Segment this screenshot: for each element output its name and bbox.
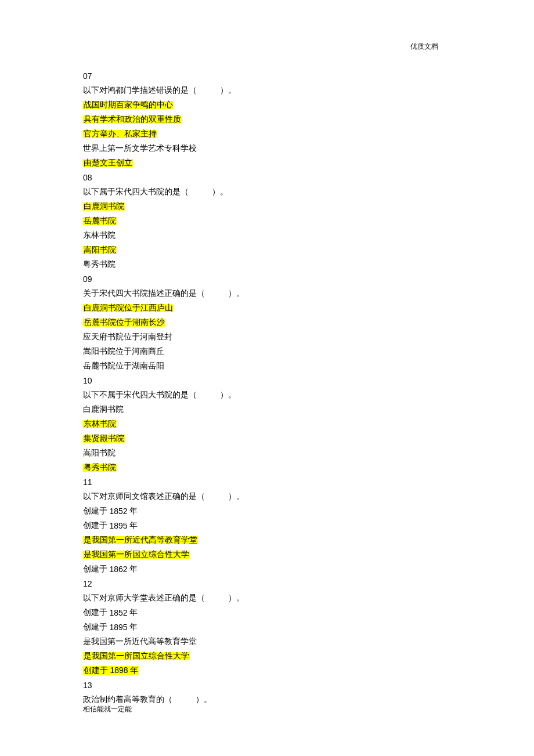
- question-option: 由楚文王创立: [83, 155, 454, 170]
- highlight: 创建于 1898 年: [83, 666, 139, 675]
- stem-pre: 以下对京师大学堂表述正确的是（: [83, 594, 205, 602]
- question-number-text: 11: [83, 478, 92, 486]
- option-part: 创建于: [84, 666, 110, 675]
- option-part: 年: [128, 666, 139, 675]
- option-text: 世界上第一所文学艺术专科学校: [83, 144, 197, 153]
- stem-pre: 关于宋代四大书院描述正确的是（: [83, 290, 205, 298]
- option-text: 岳麓书院位于湖南长沙: [83, 319, 165, 327]
- question-number-text: 07: [83, 72, 92, 80]
- question-stem: 以下属于宋代四大书院的是（）。: [83, 185, 454, 199]
- document-page: 优质文档 07以下对鸿都门学描述错误的是（）。战国时期百家争鸣的中心具有学术和政…: [0, 0, 534, 756]
- option-part: 1852: [110, 609, 128, 617]
- question-option: 是我国第一所近代高等教育学堂: [83, 533, 454, 547]
- option-part: 1895: [110, 623, 128, 631]
- option-part: 创建于: [83, 522, 110, 530]
- option-part: 创建于: [83, 565, 110, 573]
- option-text: 岳麓书院: [83, 217, 117, 225]
- question-number: 09: [83, 272, 454, 286]
- question-option: 东林书院: [83, 417, 454, 431]
- question-option: 创建于 1895 年: [83, 518, 454, 533]
- option-part: 年: [128, 522, 138, 530]
- question-option: 创建于 1862 年: [83, 562, 454, 576]
- stem-post: ）。: [212, 188, 228, 196]
- stem-post: ）。: [196, 696, 212, 704]
- question-option: 是我国第一所国立综合性大学: [83, 649, 454, 663]
- option-text: 白鹿洞书院位于江西庐山: [83, 304, 174, 312]
- question-option: 战国时期百家争鸣的中心: [83, 97, 454, 112]
- question-option: 是我国第一所国立综合性大学: [83, 547, 454, 562]
- question-option: 是我国第一所近代高等教育学堂: [83, 634, 454, 649]
- option-text: 应天府书院位于河南登封: [83, 333, 172, 341]
- option-text: 集贤殿书院: [83, 435, 125, 443]
- option-text: 战国时期百家争鸣的中心: [83, 101, 174, 109]
- stem-pre: 以下对京师同文馆表述正确的是（: [83, 493, 205, 501]
- option-text: 岳麓书院位于湖南岳阳: [83, 362, 164, 370]
- question-number: 12: [83, 576, 454, 591]
- option-text: 由楚文王创立: [83, 159, 133, 167]
- stem-post: ）。: [220, 391, 236, 399]
- option-part: 年: [128, 623, 138, 631]
- question-stem: 政治制约着高等教育的（）。: [83, 692, 454, 707]
- question-stem: 以下对京师大学堂表述正确的是（）。: [83, 591, 454, 605]
- option-text: 嵩阳书院位于河南商丘: [83, 348, 164, 356]
- question-option: 创建于 1898 年: [83, 663, 454, 678]
- stem-post: ）。: [228, 493, 244, 501]
- stem-pre: 以下属于宋代四大书院的是（: [83, 188, 189, 196]
- question-option: 白鹿洞书院: [83, 402, 454, 417]
- option-text: 嵩阳书院: [83, 449, 116, 457]
- header-note: 优质文档: [410, 43, 438, 50]
- question-stem: 以下不属于宋代四大书院的是（）。: [83, 388, 454, 402]
- option-part: 创建于: [83, 623, 110, 631]
- option-text: 嵩阳书院: [83, 246, 117, 254]
- option-part: 年: [128, 565, 138, 573]
- question-stem: 以下对京师同文馆表述正确的是（）。: [83, 489, 454, 504]
- option-part: 创建于: [83, 609, 110, 617]
- question-option: 粤秀书院: [83, 257, 454, 272]
- question-option: 世界上第一所文学艺术专科学校: [83, 141, 454, 155]
- question-option: 集贤殿书院: [83, 431, 454, 446]
- stem-pre: 政治制约着高等教育的（: [83, 696, 172, 704]
- question-option: 创建于 1852 年: [83, 504, 454, 518]
- option-part: 1895: [110, 522, 128, 530]
- question-option: 东林书院: [83, 228, 454, 243]
- option-text: 具有学术和政治的双重性质: [83, 115, 182, 124]
- question-option: 官方举办、私家主持: [83, 126, 454, 141]
- option-text: 东林书院: [83, 231, 116, 240]
- question-option: 粤秀书院: [83, 460, 454, 475]
- question-option: 岳麓书院位于湖南长沙: [83, 315, 454, 330]
- option-part: 1898: [110, 665, 128, 675]
- stem-pre: 以下对鸿都门学描述错误的是（: [83, 86, 197, 95]
- option-text: 是我国第一所近代高等教育学堂: [83, 536, 198, 544]
- option-text: 是我国第一所国立综合性大学: [83, 551, 190, 559]
- question-number: 10: [83, 373, 454, 388]
- stem-post: ）。: [220, 86, 236, 95]
- question-option: 岳麓书院位于湖南岳阳: [83, 359, 454, 373]
- option-text: 白鹿洞书院: [83, 202, 125, 211]
- option-text: 粤秀书院: [83, 464, 117, 472]
- question-number: 13: [83, 678, 454, 692]
- question-option: 白鹿洞书院位于江西庐山: [83, 301, 454, 315]
- question-option: 嵩阳书院位于河南商丘: [83, 344, 454, 359]
- option-text: 粤秀书院: [83, 261, 116, 269]
- option-text: 是我国第一所国立综合性大学: [83, 652, 190, 660]
- question-option: 白鹿洞书院: [83, 199, 454, 214]
- option-part: 年: [128, 507, 138, 515]
- option-part: 1852: [110, 507, 128, 515]
- stem-post: ）。: [228, 594, 244, 602]
- question-option: 创建于 1895 年: [83, 620, 454, 634]
- question-option: 嵩阳书院: [83, 243, 454, 257]
- stem-pre: 以下不属于宋代四大书院的是（: [83, 391, 197, 399]
- option-text: 白鹿洞书院: [83, 406, 124, 414]
- option-text: 是我国第一所近代高等教育学堂: [83, 638, 197, 646]
- question-number: 08: [83, 170, 454, 185]
- option-part: 年: [128, 609, 138, 617]
- option-text: 官方举办、私家主持: [83, 130, 157, 138]
- stem-post: ）。: [228, 290, 244, 298]
- question-number-text: 09: [83, 275, 92, 283]
- question-number-text: 12: [83, 580, 92, 588]
- question-number-text: 08: [83, 173, 92, 182]
- question-number: 07: [83, 68, 454, 83]
- option-part: 创建于: [83, 507, 110, 515]
- document-content: 07以下对鸿都门学描述错误的是（）。战国时期百家争鸣的中心具有学术和政治的双重性…: [83, 68, 454, 707]
- question-option: 创建于 1852 年: [83, 605, 454, 620]
